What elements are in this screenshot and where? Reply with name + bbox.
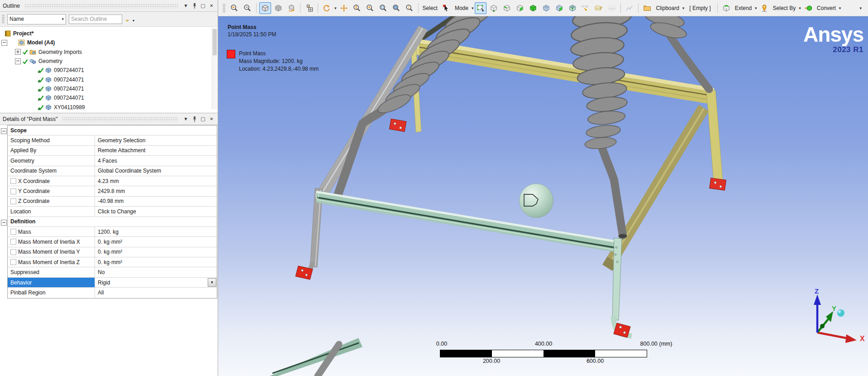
pan-icon[interactable]	[338, 2, 350, 14]
convert-cube-icon[interactable]	[802, 2, 814, 14]
details-row[interactable]: Mass Moment of Inertia Z0. kg·mm²	[8, 257, 217, 267]
select-by-label[interactable]: Select By	[773, 5, 796, 11]
body-select-icon[interactable]	[527, 2, 539, 14]
select-by-caret[interactable]: ▾	[799, 6, 801, 10]
collapse-expander-icon[interactable]	[1, 40, 7, 46]
details-row[interactable]: X Coordinate4.23 mm	[8, 176, 217, 186]
expand-expander-icon[interactable]	[15, 49, 21, 55]
tree-item-part[interactable]: XY04110989	[0, 102, 218, 111]
mode-caret[interactable]: ▾	[472, 6, 474, 10]
iso-view-cube-icon[interactable]	[259, 2, 271, 14]
mode-label[interactable]: Mode	[455, 5, 468, 11]
face-select-icon[interactable]	[514, 2, 526, 14]
panel-drag-texture[interactable]	[24, 4, 178, 8]
details-row-behavior-selected[interactable]: BehaviorRigid▼	[8, 278, 217, 288]
tree-item-part[interactable]: 0907244071	[0, 75, 218, 84]
details-row[interactable]: Mass1200. kg	[8, 227, 217, 237]
inertia-y-checkbox[interactable]	[10, 249, 16, 255]
tree-item-geometry-imports[interactable]: Geometry Imports	[0, 48, 218, 57]
definition-group-collapse-icon[interactable]	[1, 220, 7, 226]
details-row[interactable]: LocationClick to Change	[8, 207, 217, 217]
tree-item-model[interactable]: Model (A4)	[0, 38, 218, 47]
details-row[interactable]: Y Coordinate2429.8 mm	[8, 186, 217, 196]
details-group-row[interactable]: Definition	[8, 217, 217, 227]
tree-scrollbar[interactable]	[212, 28, 218, 109]
node-select-icon[interactable]	[540, 2, 552, 14]
search-outline-input[interactable]	[69, 14, 122, 24]
zoom-forward-icon[interactable]	[242, 2, 253, 14]
element-select-icon[interactable]	[567, 2, 578, 14]
select-mode-icon[interactable]	[475, 2, 486, 14]
details-row[interactable]: Scoping MethodGeometry Selection	[8, 135, 217, 145]
zoom-fit-icon[interactable]	[391, 2, 402, 14]
mass-checkbox[interactable]	[10, 229, 16, 235]
tree-item-geometry[interactable]: Geometry	[0, 57, 218, 66]
convert-caret[interactable]: ▾	[839, 6, 841, 10]
inertia-x-checkbox[interactable]	[10, 239, 16, 245]
details-row[interactable]: SuppressedNo	[8, 267, 217, 277]
tree-item-part[interactable]: 0907244071	[0, 93, 218, 102]
details-group-row[interactable]: Scope	[8, 125, 217, 135]
filter-name-dropdown[interactable]: Name ▾	[7, 14, 66, 24]
viewports-grid-icon[interactable]	[303, 2, 315, 14]
panel-menu-caret-icon[interactable]: ▼	[182, 116, 189, 122]
zoom-box-icon[interactable]	[377, 2, 389, 14]
details-row[interactable]: Coordinate SystemGlobal Coordinate Syste…	[8, 166, 217, 176]
shaded-cube-icon[interactable]	[272, 2, 284, 14]
panel-maximize-icon[interactable]: ▢	[200, 116, 206, 122]
vertex-select-icon[interactable]	[488, 2, 500, 14]
select-cursor-icon[interactable]	[440, 2, 452, 14]
tree-item-part[interactable]: 0907244071	[0, 84, 218, 93]
tree-scrollbar-thumb[interactable]	[213, 29, 217, 55]
rotate-icon[interactable]	[321, 2, 333, 14]
extend-label[interactable]: Extend	[735, 5, 752, 11]
probe-tag-icon[interactable]: 100	[593, 2, 605, 14]
z-coordinate-checkbox[interactable]	[10, 198, 16, 204]
rotate-options-caret[interactable]: ▾	[334, 6, 337, 10]
details-row[interactable]: Applied ByRemote Attachment	[8, 146, 217, 156]
x-coordinate-checkbox[interactable]	[10, 178, 16, 184]
panel-maximize-icon[interactable]: ▢	[200, 2, 206, 9]
collapse-expander-icon[interactable]	[15, 58, 21, 64]
y-coordinate-checkbox[interactable]	[10, 188, 16, 194]
extend-caret[interactable]: ▾	[755, 6, 757, 10]
details-row[interactable]: Mass Moment of Inertia Y0. kg·mm²	[8, 247, 217, 257]
details-row[interactable]: Z Coordinate-40.98 mm	[8, 197, 217, 207]
select-by-pin-icon[interactable]	[758, 2, 770, 14]
scope-group-collapse-icon[interactable]	[1, 128, 7, 134]
clipboard-folder-icon[interactable]	[641, 2, 653, 14]
search-options-caret[interactable]: ▾	[133, 19, 134, 23]
panel-close-icon[interactable]: ✕	[208, 2, 215, 9]
panel-pin-icon[interactable]	[191, 2, 198, 9]
inertia-z-checkbox[interactable]	[10, 259, 16, 265]
element-face-select-icon[interactable]	[553, 2, 565, 14]
zoom-plus-icon[interactable]	[364, 2, 376, 14]
clipboard-caret[interactable]: ▾	[682, 6, 685, 10]
behavior-dropdown-button[interactable]: ▼	[208, 278, 216, 287]
zoom-updown-icon[interactable]	[351, 2, 363, 14]
cube-rotate-icon[interactable]	[286, 2, 297, 14]
coordinate-pick-icon[interactable]: X,Y,Z	[580, 2, 591, 14]
chart-icon[interactable]	[624, 2, 635, 14]
panel-close-icon[interactable]: ✕	[208, 116, 215, 122]
filter-drag-handle[interactable]	[2, 14, 5, 24]
zoom-back-icon[interactable]	[229, 2, 240, 14]
panel-pin-icon[interactable]	[191, 116, 198, 122]
toolbar-overflow-caret[interactable]: ▾	[859, 6, 862, 10]
graphics-viewport[interactable]: X Y Z Point Mass 1/18/2025 11:50 PM Poin…	[218, 16, 868, 376]
tree-item-part[interactable]: 0907244071	[0, 66, 218, 75]
edge-select-icon[interactable]	[501, 2, 513, 14]
panel-menu-caret-icon[interactable]: ▼	[182, 2, 189, 9]
details-row[interactable]: Pinball RegionAll	[8, 288, 217, 298]
label-abc-icon[interactable]: Abc	[606, 2, 618, 14]
convert-label[interactable]: Convert	[817, 5, 836, 11]
details-row[interactable]: Mass Moment of Inertia X0. kg·mm²	[8, 237, 217, 247]
toolbar-drag-handle[interactable]	[223, 4, 225, 13]
zoom-scroll-icon[interactable]	[404, 2, 415, 14]
panel-drag-texture[interactable]	[62, 117, 178, 121]
tree-item-project[interactable]: Project*	[0, 29, 218, 38]
extend-cube-icon[interactable]	[720, 2, 732, 14]
search-expand-chevron-icon[interactable]: ⌄	[125, 16, 130, 23]
details-row[interactable]: Geometry4 Faces	[8, 156, 217, 166]
clipboard-label[interactable]: Clipboard	[656, 5, 679, 11]
